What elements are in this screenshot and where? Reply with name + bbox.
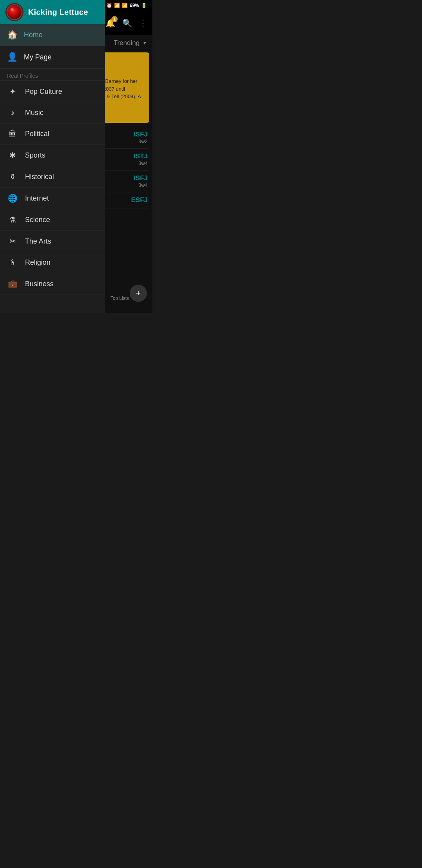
top-lists-label: Top Lists [111, 296, 129, 301]
app-logo [5, 3, 23, 21]
more-options-button[interactable]: ⋮ [139, 18, 147, 28]
battery-icon: 🔋 [141, 3, 147, 8]
sports-label: Sports [25, 151, 45, 160]
mbti-tag: ISFJ [134, 131, 148, 138]
enneagram-tag: 3w2 [134, 138, 148, 144]
home-icon: 🏠 [7, 30, 18, 40]
mbti-tag: ESFJ [131, 196, 148, 204]
enneagram-tag: 3w4 [134, 182, 148, 188]
science-icon: ⚗ [7, 215, 18, 224]
drawer-item-home[interactable]: 🏠 Home [0, 24, 105, 46]
app-name: Kicking Lettuce [28, 8, 88, 17]
enneagram-tag: 3w4 [134, 160, 148, 166]
navigation-drawer: Kicking Lettuce 🏠 Home 👤 My Page Real Pr… [0, 0, 105, 313]
historical-label: Historical [25, 173, 54, 181]
drawer-item-my-page[interactable]: 👤 My Page [0, 46, 105, 69]
search-button[interactable]: 🔍 [122, 18, 132, 28]
drawer-item-historical[interactable]: ⚱Historical [0, 166, 105, 188]
drawer-item-internet[interactable]: 🌐Internet [0, 188, 105, 209]
religion-label: Religion [25, 258, 50, 267]
home-label: Home [24, 31, 43, 39]
music-icon: ♪ [7, 108, 18, 117]
drawer-item-political[interactable]: 🏛Political [0, 124, 105, 145]
fab-button[interactable]: + [130, 285, 147, 302]
internet-label: Internet [25, 194, 49, 203]
notification-button[interactable]: 🔔 1 [106, 18, 115, 28]
music-label: Music [25, 109, 43, 117]
drawer-item-the-arts[interactable]: ✂The Arts [0, 231, 105, 252]
my-page-icon: 👤 [7, 52, 18, 62]
nav-items-list: ✦Pop Culture♪Music🏛Political✱Sports⚱Hist… [0, 81, 105, 313]
drawer-header: Kicking Lettuce [0, 0, 105, 24]
battery-level: 69% [130, 3, 139, 8]
drawer-item-sports[interactable]: ✱Sports [0, 145, 105, 166]
status-right: ⏰ 📶 📶 69% 🔋 [106, 3, 147, 8]
the-arts-label: The Arts [25, 237, 51, 246]
alarm-icon: ⏰ [106, 3, 112, 8]
political-label: Political [25, 130, 49, 138]
business-icon: 💼 [7, 279, 18, 289]
historical-icon: ⚱ [7, 172, 18, 181]
sports-icon: ✱ [7, 151, 18, 160]
mbti-tag: ISFJ [134, 174, 148, 182]
political-icon: 🏛 [7, 129, 18, 138]
hal-eye-icon [7, 4, 22, 20]
drawer-item-pop-culture[interactable]: ✦Pop Culture [0, 81, 105, 102]
drawer-item-religion[interactable]: 🕯Religion [0, 252, 105, 273]
the-arts-icon: ✂ [7, 237, 18, 246]
notification-badge: 1 [111, 16, 118, 22]
trending-dropdown[interactable]: Trending [114, 39, 147, 47]
pop-culture-label: Pop Culture [25, 88, 62, 96]
business-label: Business [25, 280, 54, 288]
my-page-label: My Page [24, 53, 52, 61]
internet-icon: 🌐 [7, 194, 18, 203]
drawer-item-music[interactable]: ♪Music [0, 102, 105, 124]
mbti-tag: ISTJ [134, 152, 148, 160]
science-label: Science [25, 216, 50, 224]
pop-culture-icon: ✦ [7, 87, 18, 96]
signal-icon: 📶 [122, 3, 128, 8]
real-profiles-section-label: Real Profiles [0, 69, 105, 81]
religion-icon: 🕯 [7, 258, 18, 267]
drawer-item-business[interactable]: 💼Business [0, 273, 105, 295]
wifi-icon: 📶 [114, 3, 120, 8]
drawer-item-science[interactable]: ⚗Science [0, 209, 105, 231]
